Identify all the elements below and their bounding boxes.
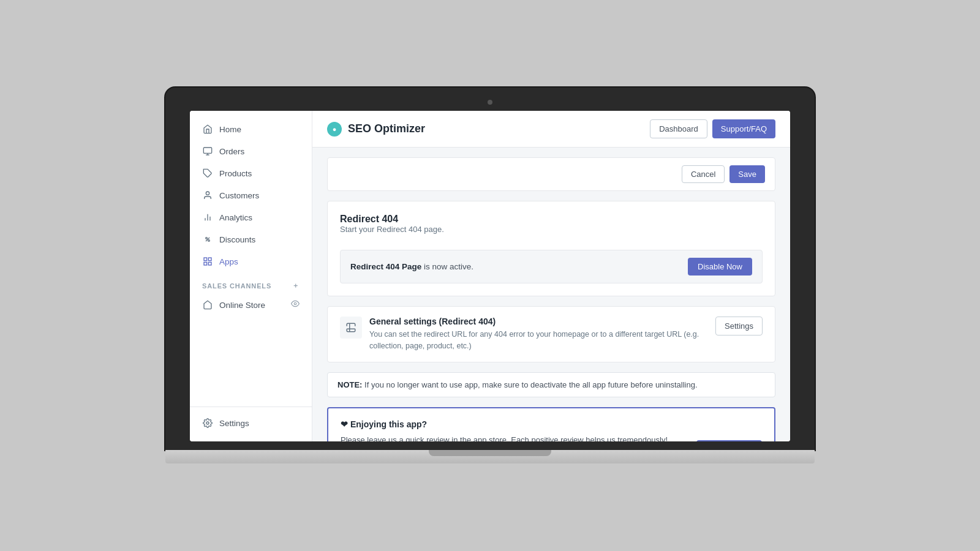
dashboard-button[interactable]: Dashboard (650, 119, 707, 138)
apps-icon (202, 256, 213, 267)
sidebar-label-home: Home (219, 125, 241, 134)
discounts-icon (202, 234, 213, 245)
settings-icon (202, 418, 213, 429)
redirect-404-title: Redirect 404 (340, 214, 444, 225)
sidebar-item-analytics[interactable]: Analytics (190, 206, 312, 228)
laptop-base (165, 450, 815, 463)
enjoy-title: ❤ Enjoying this app? (341, 419, 687, 429)
settings-card-content: General settings (Redirect 404) You can … (340, 317, 706, 352)
svg-rect-10 (204, 258, 207, 261)
sidebar-item-online-store[interactable]: Online Store (190, 294, 312, 316)
enjoy-card: ❤ Enjoying this app? Please leave us a q… (327, 407, 775, 442)
svg-rect-11 (208, 258, 211, 261)
seo-optimizer-icon: ● (327, 122, 342, 137)
online-store-label: Online Store (219, 301, 265, 310)
sidebar-item-customers[interactable]: Customers (190, 184, 312, 206)
app-title-text: SEO Optimizer (348, 122, 425, 135)
camera-dot (488, 100, 492, 105)
home-icon (202, 124, 213, 135)
redirect-404-header: Redirect 404 Start your Redirect 404 pag… (340, 214, 763, 244)
app-title: ● SEO Optimizer (327, 122, 425, 137)
enjoy-line1: Please leave us a quick review in the ap… (341, 434, 687, 442)
sidebar-label-discounts: Discounts (219, 235, 255, 244)
sidebar: Home Orders Products (190, 111, 312, 441)
svg-point-4 (206, 192, 209, 195)
svg-point-8 (206, 238, 208, 239)
note-text: If you no longer want to use app, make s… (364, 380, 697, 389)
sidebar-label-analytics: Analytics (219, 213, 252, 222)
settings-label: Settings (219, 419, 249, 428)
settings-card-text: General settings (Redirect 404) You can … (369, 317, 706, 352)
svg-rect-0 (203, 148, 211, 153)
settings-card-title: General settings (Redirect 404) (369, 317, 706, 326)
content-area: Cancel Save Redirect 404 Start your Redi… (312, 157, 790, 441)
sidebar-label-products: Products (219, 169, 252, 178)
orders-icon (202, 146, 213, 157)
sidebar-label-orders: Orders (219, 147, 244, 156)
main-content: ● SEO Optimizer Dashboard Support/FAQ Ca… (312, 111, 790, 441)
sidebar-item-home[interactable]: Home (190, 118, 312, 140)
svg-rect-12 (204, 262, 207, 265)
sidebar-item-orders[interactable]: Orders (190, 140, 312, 162)
svg-point-14 (294, 302, 296, 305)
settings-card-desc: You can set the redirect URL for any 404… (369, 329, 706, 352)
redirect-404-desc: Start your Redirect 404 page. (340, 225, 444, 234)
svg-point-15 (206, 422, 209, 424)
sales-channels-section: SALES CHANNELS ＋ (190, 272, 312, 294)
general-settings-card: General settings (Redirect 404) You can … (327, 306, 775, 362)
svg-point-9 (208, 240, 210, 242)
sidebar-item-apps[interactable]: Apps (190, 250, 312, 272)
app-header: ● SEO Optimizer Dashboard Support/FAQ (312, 111, 790, 148)
cancel-button[interactable]: Cancel (682, 165, 725, 183)
settings-button[interactable]: Settings (715, 317, 763, 335)
redirect-status-suffix: is now active. (424, 262, 473, 271)
redirect-404-section: Redirect 404 Start your Redirect 404 pag… (327, 201, 775, 296)
eye-icon[interactable] (291, 299, 300, 310)
redirect-status-strong: Redirect 404 Page (350, 262, 421, 271)
add-sales-channel-icon[interactable]: ＋ (292, 281, 300, 290)
disable-now-button[interactable]: Disable Now (688, 258, 752, 276)
header-actions: Dashboard Support/FAQ (650, 119, 775, 138)
redirect-status-banner: Redirect 404 Page is now active. Disable… (340, 250, 763, 283)
note-banner: NOTE: If you no longer want to use app, … (327, 372, 775, 397)
svg-rect-13 (208, 262, 211, 265)
rate-app-button[interactable]: Rate our app (696, 440, 762, 442)
partial-section: Cancel Save (327, 157, 775, 191)
note-label: NOTE: (337, 380, 362, 389)
sidebar-item-products[interactable]: Products (190, 162, 312, 184)
analytics-icon (202, 212, 213, 223)
customers-icon (202, 190, 213, 201)
sidebar-item-settings[interactable]: Settings (190, 412, 312, 434)
redirect-status-text: Redirect 404 Page is now active. (350, 262, 473, 271)
enjoy-card-content: ❤ Enjoying this app? Please leave us a q… (341, 419, 687, 442)
settings-card-icon (340, 317, 362, 339)
save-button[interactable]: Save (729, 165, 765, 183)
store-icon (202, 299, 213, 310)
products-icon (202, 168, 213, 179)
sidebar-item-discounts[interactable]: Discounts (190, 228, 312, 250)
sidebar-label-apps: Apps (219, 257, 238, 266)
support-faq-button[interactable]: Support/FAQ (712, 119, 775, 138)
sidebar-label-customers: Customers (219, 191, 259, 200)
partial-actions: Cancel Save (682, 165, 765, 183)
